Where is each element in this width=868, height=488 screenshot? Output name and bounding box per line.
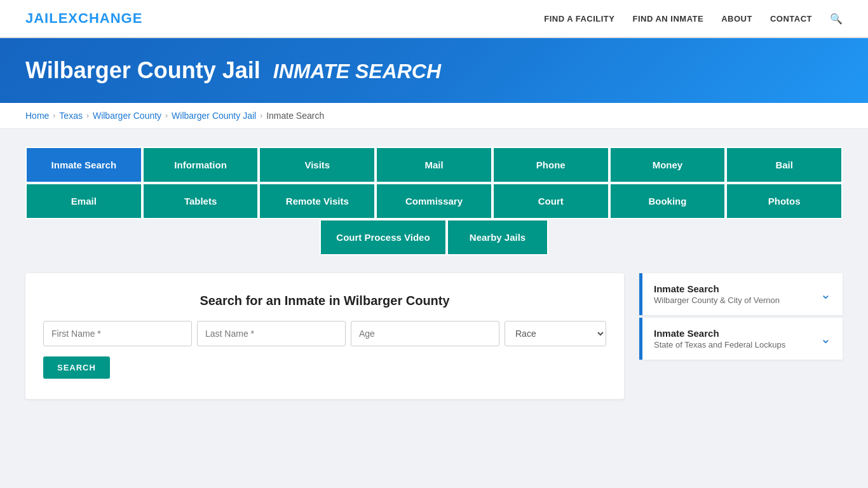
nav-about[interactable]: ABOUT [721,14,752,24]
btn-photos[interactable]: Photos [726,183,843,219]
sidebar-item-wilbarger[interactable]: Inmate Search Wilbarger County & City of… [639,273,843,315]
nav-find-inmate[interactable]: FIND AN INMATE [632,14,703,24]
btn-nearby-jails[interactable]: Nearby Jails [447,219,548,255]
breadcrumb-sep-1: › [53,111,55,120]
sidebar-item-wilbarger-subtitle: Wilbarger County & City of Vernon [654,295,780,305]
btn-remote-visits[interactable]: Remote Visits [259,183,376,219]
search-card: Search for an Inmate in Wilbarger County… [25,273,624,399]
sidebar-item-wilbarger-title: Inmate Search [654,283,780,294]
nav-row-1: Inmate Search Information Visits Mail Ph… [25,147,843,183]
site-logo[interactable]: JAILEXCHANGE [25,10,142,27]
btn-phone[interactable]: Phone [492,147,609,183]
breadcrumb: Home › Texas › Wilbarger County › Wilbar… [0,103,868,129]
breadcrumb-current: Inmate Search [266,111,324,121]
sidebar: Inmate Search Wilbarger County & City of… [639,273,843,362]
breadcrumb-sep-3: › [165,111,168,120]
btn-bail[interactable]: Bail [726,147,843,183]
search-fields: Race White Black Hispanic Asian Other [43,321,606,346]
nav-button-grid: Inmate Search Information Visits Mail Ph… [25,147,843,255]
logo-jail: JAIL [25,10,58,26]
breadcrumb-sep-2: › [86,111,89,120]
btn-booking[interactable]: Booking [609,183,726,219]
sidebar-item-texas-subtitle: State of Texas and Federal Lockups [654,340,785,349]
page-title-main: Wilbarger County Jail [25,57,261,83]
btn-visits[interactable]: Visits [259,147,376,183]
nav-row-3: Court Process Video Nearby Jails [25,219,843,255]
first-name-input[interactable] [43,321,192,346]
hero-banner: Wilbarger County Jail INMATE SEARCH [0,38,868,103]
nav-row-2: Email Tablets Remote Visits Commissary C… [25,183,843,219]
page-title-italic: INMATE SEARCH [273,60,441,83]
btn-tablets[interactable]: Tablets [142,183,259,219]
page-title: Wilbarger County Jail INMATE SEARCH [25,57,843,84]
btn-commissary[interactable]: Commissary [376,183,492,219]
btn-email[interactable]: Email [25,183,142,219]
race-select[interactable]: Race White Black Hispanic Asian Other [505,321,606,346]
btn-money[interactable]: Money [609,147,726,183]
content-layout: Search for an Inmate in Wilbarger County… [25,273,843,399]
sidebar-item-texas[interactable]: Inmate Search State of Texas and Federal… [639,318,843,360]
btn-mail[interactable]: Mail [376,147,492,183]
chevron-down-icon-2: ⌄ [820,331,831,346]
breadcrumb-texas[interactable]: Texas [59,111,83,121]
sidebar-item-texas-text: Inmate Search State of Texas and Federal… [654,328,785,349]
search-button[interactable]: SEARCH [43,356,110,379]
main-nav: FIND A FACILITY FIND AN INMATE ABOUT CON… [544,13,843,25]
breadcrumb-sep-4: › [260,111,262,120]
logo-exchange: EXCHANGE [58,10,143,26]
main-content: Inmate Search Information Visits Mail Ph… [0,129,868,417]
nav-contact[interactable]: CONTACT [770,14,812,24]
age-input[interactable] [351,321,499,346]
sidebar-item-texas-title: Inmate Search [654,328,785,339]
btn-court[interactable]: Court [492,183,609,219]
btn-information[interactable]: Information [142,147,259,183]
site-header: JAILEXCHANGE FIND A FACILITY FIND AN INM… [0,0,868,38]
btn-court-process-video[interactable]: Court Process Video [320,219,447,255]
search-icon[interactable]: 🔍 [830,13,843,25]
last-name-input[interactable] [197,321,346,346]
sidebar-item-wilbarger-text: Inmate Search Wilbarger County & City of… [654,283,780,305]
breadcrumb-jail[interactable]: Wilbarger County Jail [172,111,256,121]
search-card-title: Search for an Inmate in Wilbarger County [43,294,606,308]
chevron-down-icon: ⌄ [820,287,831,302]
btn-inmate-search[interactable]: Inmate Search [25,147,142,183]
breadcrumb-home[interactable]: Home [25,111,49,121]
breadcrumb-county[interactable]: Wilbarger County [93,111,161,121]
nav-find-facility[interactable]: FIND A FACILITY [544,14,614,24]
